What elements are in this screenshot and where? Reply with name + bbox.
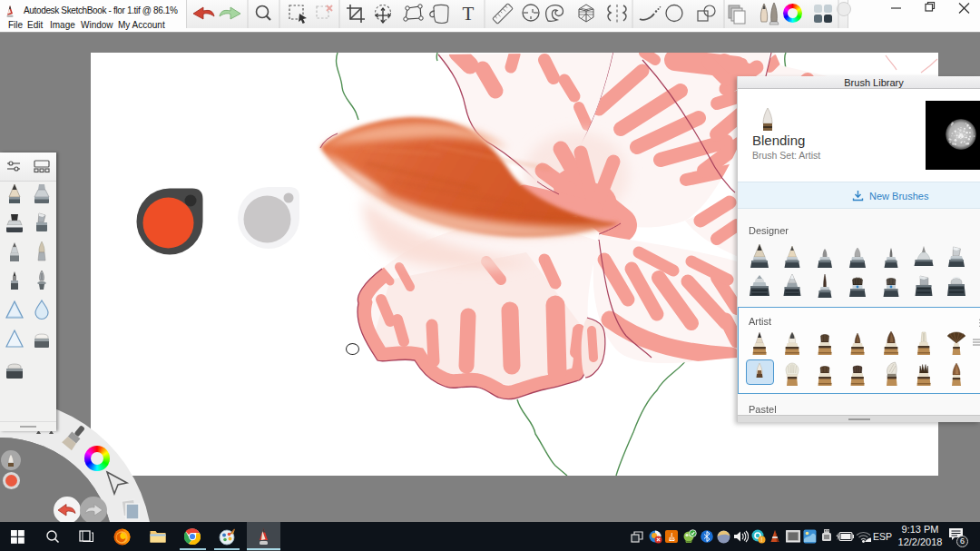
svg-text:!: ! xyxy=(761,536,763,543)
svg-text:T: T xyxy=(463,3,475,25)
